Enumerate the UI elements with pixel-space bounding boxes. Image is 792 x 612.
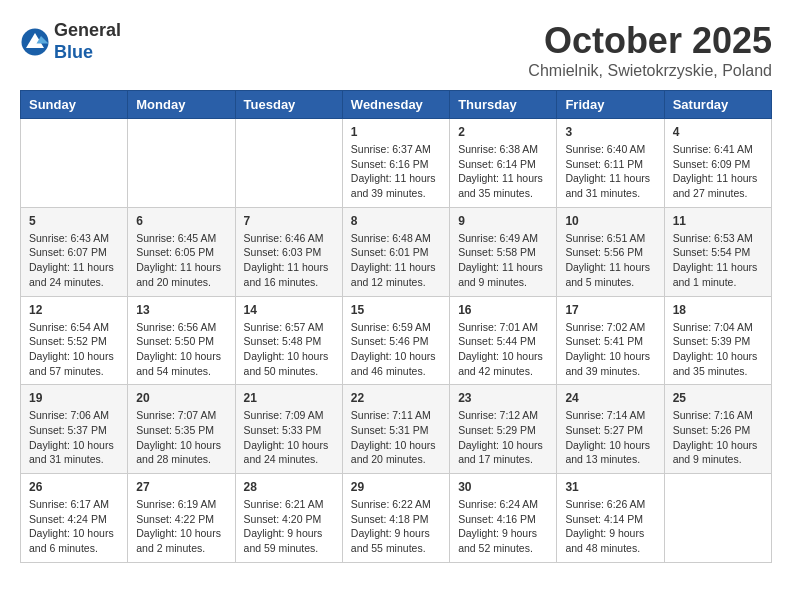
day-info: Sunrise: 6:38 AMSunset: 6:14 PMDaylight:… [458,142,548,201]
day-number: 23 [458,391,548,405]
logo: General Blue [20,20,121,63]
day-info: Sunrise: 7:09 AMSunset: 5:33 PMDaylight:… [244,408,334,467]
day-cell-empty [128,119,235,208]
day-cell-empty [235,119,342,208]
day-info: Sunrise: 7:07 AMSunset: 5:35 PMDaylight:… [136,408,226,467]
day-info: Sunrise: 7:12 AMSunset: 5:29 PMDaylight:… [458,408,548,467]
location: Chmielnik, Swietokrzyskie, Poland [528,62,772,80]
day-cell-16: 16Sunrise: 7:01 AMSunset: 5:44 PMDayligh… [450,296,557,385]
day-number: 11 [673,214,763,228]
day-number: 29 [351,480,441,494]
weekday-header-row: SundayMondayTuesdayWednesdayThursdayFrid… [21,91,772,119]
day-number: 27 [136,480,226,494]
day-info: Sunrise: 6:56 AMSunset: 5:50 PMDaylight:… [136,320,226,379]
day-number: 18 [673,303,763,317]
calendar: SundayMondayTuesdayWednesdayThursdayFrid… [20,90,772,563]
day-cell-26: 26Sunrise: 6:17 AMSunset: 4:24 PMDayligh… [21,474,128,563]
day-cell-5: 5Sunrise: 6:43 AMSunset: 6:07 PMDaylight… [21,207,128,296]
day-number: 14 [244,303,334,317]
day-number: 13 [136,303,226,317]
day-number: 16 [458,303,548,317]
logo-icon [20,27,50,57]
day-number: 22 [351,391,441,405]
weekday-header-monday: Monday [128,91,235,119]
day-info: Sunrise: 6:21 AMSunset: 4:20 PMDaylight:… [244,497,334,556]
day-info: Sunrise: 7:06 AMSunset: 5:37 PMDaylight:… [29,408,119,467]
day-info: Sunrise: 6:53 AMSunset: 5:54 PMDaylight:… [673,231,763,290]
day-cell-empty [21,119,128,208]
weekday-header-friday: Friday [557,91,664,119]
weekday-header-saturday: Saturday [664,91,771,119]
logo-text: General Blue [54,20,121,63]
day-cell-3: 3Sunrise: 6:40 AMSunset: 6:11 PMDaylight… [557,119,664,208]
day-cell-7: 7Sunrise: 6:46 AMSunset: 6:03 PMDaylight… [235,207,342,296]
day-cell-22: 22Sunrise: 7:11 AMSunset: 5:31 PMDayligh… [342,385,449,474]
day-number: 12 [29,303,119,317]
day-cell-12: 12Sunrise: 6:54 AMSunset: 5:52 PMDayligh… [21,296,128,385]
week-row-2: 5Sunrise: 6:43 AMSunset: 6:07 PMDaylight… [21,207,772,296]
logo-general: General [54,20,121,42]
logo-blue: Blue [54,42,121,64]
day-number: 3 [565,125,655,139]
week-row-3: 12Sunrise: 6:54 AMSunset: 5:52 PMDayligh… [21,296,772,385]
day-number: 25 [673,391,763,405]
day-info: Sunrise: 7:11 AMSunset: 5:31 PMDaylight:… [351,408,441,467]
day-cell-empty [664,474,771,563]
day-info: Sunrise: 6:48 AMSunset: 6:01 PMDaylight:… [351,231,441,290]
day-cell-9: 9Sunrise: 6:49 AMSunset: 5:58 PMDaylight… [450,207,557,296]
day-number: 17 [565,303,655,317]
weekday-header-wednesday: Wednesday [342,91,449,119]
day-number: 4 [673,125,763,139]
day-number: 21 [244,391,334,405]
day-info: Sunrise: 6:41 AMSunset: 6:09 PMDaylight:… [673,142,763,201]
day-info: Sunrise: 6:57 AMSunset: 5:48 PMDaylight:… [244,320,334,379]
day-number: 2 [458,125,548,139]
day-info: Sunrise: 6:46 AMSunset: 6:03 PMDaylight:… [244,231,334,290]
day-number: 31 [565,480,655,494]
day-info: Sunrise: 6:51 AMSunset: 5:56 PMDaylight:… [565,231,655,290]
day-info: Sunrise: 6:22 AMSunset: 4:18 PMDaylight:… [351,497,441,556]
day-info: Sunrise: 6:17 AMSunset: 4:24 PMDaylight:… [29,497,119,556]
day-cell-27: 27Sunrise: 6:19 AMSunset: 4:22 PMDayligh… [128,474,235,563]
day-number: 5 [29,214,119,228]
day-info: Sunrise: 7:04 AMSunset: 5:39 PMDaylight:… [673,320,763,379]
day-cell-11: 11Sunrise: 6:53 AMSunset: 5:54 PMDayligh… [664,207,771,296]
day-info: Sunrise: 6:24 AMSunset: 4:16 PMDaylight:… [458,497,548,556]
day-info: Sunrise: 6:54 AMSunset: 5:52 PMDaylight:… [29,320,119,379]
day-cell-10: 10Sunrise: 6:51 AMSunset: 5:56 PMDayligh… [557,207,664,296]
day-number: 6 [136,214,226,228]
day-cell-17: 17Sunrise: 7:02 AMSunset: 5:41 PMDayligh… [557,296,664,385]
day-cell-2: 2Sunrise: 6:38 AMSunset: 6:14 PMDaylight… [450,119,557,208]
day-number: 10 [565,214,655,228]
day-cell-14: 14Sunrise: 6:57 AMSunset: 5:48 PMDayligh… [235,296,342,385]
day-info: Sunrise: 6:45 AMSunset: 6:05 PMDaylight:… [136,231,226,290]
day-info: Sunrise: 6:59 AMSunset: 5:46 PMDaylight:… [351,320,441,379]
page-header: General Blue October 2025 Chmielnik, Swi… [20,20,772,80]
day-number: 20 [136,391,226,405]
day-cell-23: 23Sunrise: 7:12 AMSunset: 5:29 PMDayligh… [450,385,557,474]
day-info: Sunrise: 6:40 AMSunset: 6:11 PMDaylight:… [565,142,655,201]
week-row-1: 1Sunrise: 6:37 AMSunset: 6:16 PMDaylight… [21,119,772,208]
day-cell-20: 20Sunrise: 7:07 AMSunset: 5:35 PMDayligh… [128,385,235,474]
day-cell-24: 24Sunrise: 7:14 AMSunset: 5:27 PMDayligh… [557,385,664,474]
day-number: 28 [244,480,334,494]
day-cell-31: 31Sunrise: 6:26 AMSunset: 4:14 PMDayligh… [557,474,664,563]
day-info: Sunrise: 6:49 AMSunset: 5:58 PMDaylight:… [458,231,548,290]
day-info: Sunrise: 6:37 AMSunset: 6:16 PMDaylight:… [351,142,441,201]
day-cell-25: 25Sunrise: 7:16 AMSunset: 5:26 PMDayligh… [664,385,771,474]
title-section: October 2025 Chmielnik, Swietokrzyskie, … [528,20,772,80]
day-number: 30 [458,480,548,494]
day-cell-29: 29Sunrise: 6:22 AMSunset: 4:18 PMDayligh… [342,474,449,563]
day-cell-18: 18Sunrise: 7:04 AMSunset: 5:39 PMDayligh… [664,296,771,385]
month-title: October 2025 [528,20,772,62]
weekday-header-sunday: Sunday [21,91,128,119]
day-number: 24 [565,391,655,405]
day-number: 9 [458,214,548,228]
week-row-5: 26Sunrise: 6:17 AMSunset: 4:24 PMDayligh… [21,474,772,563]
day-cell-13: 13Sunrise: 6:56 AMSunset: 5:50 PMDayligh… [128,296,235,385]
day-cell-6: 6Sunrise: 6:45 AMSunset: 6:05 PMDaylight… [128,207,235,296]
day-cell-4: 4Sunrise: 6:41 AMSunset: 6:09 PMDaylight… [664,119,771,208]
day-info: Sunrise: 7:14 AMSunset: 5:27 PMDaylight:… [565,408,655,467]
day-number: 26 [29,480,119,494]
day-cell-30: 30Sunrise: 6:24 AMSunset: 4:16 PMDayligh… [450,474,557,563]
